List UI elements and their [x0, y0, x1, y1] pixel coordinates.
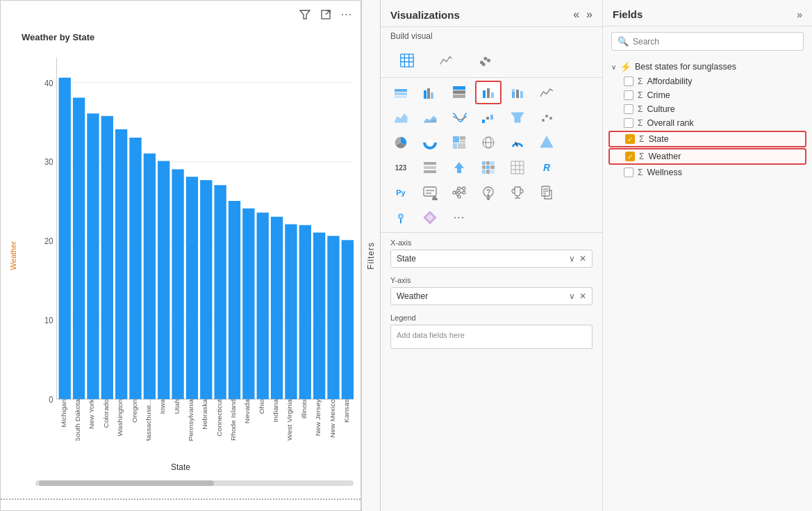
viz-more-visuals[interactable]: ···: [446, 206, 472, 229]
y-axis-pill-icons: ∨ ✕: [569, 291, 586, 301]
bar-chart: 0 10 20 30 40: [35, 49, 354, 441]
viz-treemap[interactable]: [446, 131, 472, 154]
field-wellness-checkbox[interactable]: [624, 168, 633, 177]
svg-text:Nevada: Nevada: [244, 398, 251, 423]
field-culture[interactable]: Σ Culture: [608, 102, 806, 116]
search-box[interactable]: 🔍: [611, 32, 804, 51]
svg-rect-106: [424, 166, 436, 169]
field-weather[interactable]: ✓ Σ Weather: [608, 148, 806, 165]
viz-line-chart[interactable]: [533, 81, 560, 104]
svg-rect-20: [129, 138, 141, 399]
dataset-chevron: ∨: [611, 63, 616, 71]
svg-line-2: [326, 10, 330, 15]
legend-box[interactable]: Add data fields here: [390, 325, 593, 349]
field-crime-checkbox[interactable]: [624, 90, 633, 100]
field-wellness[interactable]: Σ Wellness: [608, 165, 806, 179]
svg-rect-68: [395, 96, 407, 98]
field-weather-checkbox[interactable]: ✓: [625, 152, 635, 161]
field-overall-rank-checkbox[interactable]: [624, 118, 633, 128]
viz-number-card[interactable]: 123: [388, 156, 414, 179]
viz-unknown1[interactable]: [533, 131, 560, 154]
svg-rect-25: [200, 180, 212, 399]
svg-rect-29: [257, 213, 269, 399]
viz-collapse-icon[interactable]: «: [573, 8, 579, 21]
viz-scatter-plot[interactable]: [533, 106, 560, 129]
viz-donut-chart[interactable]: [417, 131, 443, 154]
y-axis-remove[interactable]: ✕: [579, 291, 586, 301]
viz-map2[interactable]: [388, 206, 414, 229]
x-axis-pill-icons: ∨ ✕: [569, 254, 586, 263]
viz-funnel[interactable]: [504, 106, 531, 129]
y-axis-pill[interactable]: Weather ∨ ✕: [390, 287, 593, 305]
viz-icons-grid: 123 R Py: [381, 78, 602, 233]
viz-python[interactable]: Py: [388, 181, 414, 204]
svg-rect-57: [401, 54, 413, 67]
viz-waterfall[interactable]: [475, 106, 502, 129]
svg-rect-24: [186, 177, 198, 399]
chart-area: ··· Weather by State Weather 0 10 20 30 …: [0, 0, 361, 511]
viz-100-bar[interactable]: [446, 81, 472, 104]
svg-rect-109: [482, 161, 486, 165]
field-weather-label: Weather: [648, 152, 681, 161]
viz-diamond[interactable]: [417, 206, 443, 229]
viz-qa[interactable]: [475, 181, 502, 204]
svg-text:Nebraska: Nebraska: [201, 398, 208, 429]
search-input[interactable]: [633, 37, 797, 47]
expand-button[interactable]: [317, 6, 334, 23]
viz-stacked-bar[interactable]: [388, 81, 414, 104]
field-overall-rank-sigma: Σ: [638, 118, 643, 128]
viz-r-visual[interactable]: R: [533, 156, 560, 179]
field-overall-rank[interactable]: Σ Overall rank: [608, 116, 806, 130]
viz-gauge[interactable]: [504, 131, 531, 154]
field-crime[interactable]: Σ Crime: [608, 88, 806, 102]
viz-decomp-tree[interactable]: [446, 181, 472, 204]
x-axis-remove[interactable]: ✕: [579, 254, 586, 263]
viz-clustered-col[interactable]: [475, 81, 502, 104]
svg-rect-70: [427, 88, 430, 99]
field-wellness-label: Wellness: [647, 168, 681, 177]
viz-clustered-bar[interactable]: [417, 81, 443, 104]
more-options-button[interactable]: ···: [338, 6, 355, 23]
viz-matrix[interactable]: [475, 156, 502, 179]
field-affordability-checkbox[interactable]: [624, 76, 633, 86]
field-state[interactable]: ✓ Σ State: [608, 131, 806, 147]
viz-trophy[interactable]: [504, 181, 531, 204]
svg-rect-73: [453, 90, 465, 94]
filter-button[interactable]: [297, 6, 313, 23]
field-state-checkbox[interactable]: ✓: [625, 134, 635, 144]
field-affordability[interactable]: Σ Affordability: [608, 74, 806, 88]
svg-text:20: 20: [44, 236, 53, 246]
h-scrollbar[interactable]: [35, 480, 354, 486]
viz-icon-table[interactable]: [390, 47, 424, 74]
viz-title: Visualizations: [390, 9, 460, 21]
viz-table-visual[interactable]: [504, 156, 531, 179]
viz-multi-row-card[interactable]: [417, 156, 443, 179]
x-axis-chevron[interactable]: ∨: [569, 254, 575, 263]
field-culture-checkbox[interactable]: [624, 104, 633, 114]
viz-icon-line[interactable]: [429, 47, 463, 74]
viz-expand-icon[interactable]: »: [586, 8, 593, 21]
svg-rect-77: [491, 92, 494, 98]
viz-paginated[interactable]: [533, 181, 560, 204]
viz-stacked-area[interactable]: [417, 106, 443, 129]
svg-marker-126: [433, 196, 438, 200]
viz-kpi[interactable]: [446, 156, 472, 179]
viz-ribbon-chart[interactable]: [446, 106, 472, 129]
svg-rect-87: [490, 115, 493, 120]
y-axis-chevron[interactable]: ∨: [569, 291, 575, 301]
search-icon: 🔍: [618, 36, 629, 47]
svg-point-63: [484, 57, 487, 60]
viz-area-chart[interactable]: [388, 106, 414, 129]
fields-dataset-parent[interactable]: ∨ ⚡ Best states for sunglasses: [608, 59, 806, 74]
fields-panel: Fields » 🔍 ∨ ⚡ Best states for sunglasse…: [603, 0, 812, 511]
field-weather-sigma: Σ: [639, 152, 644, 161]
fields-expand-icon[interactable]: »: [797, 9, 802, 20]
viz-stacked-col[interactable]: [504, 81, 531, 104]
viz-smart-narrative[interactable]: [417, 181, 443, 204]
chart-title: Weather by State: [22, 32, 94, 42]
x-axis-pill[interactable]: State ∨ ✕: [390, 250, 593, 268]
viz-icon-scatter[interactable]: [468, 47, 502, 74]
viz-map-chart[interactable]: [475, 131, 502, 154]
svg-rect-118: [511, 161, 524, 174]
viz-pie-chart[interactable]: [388, 131, 414, 154]
